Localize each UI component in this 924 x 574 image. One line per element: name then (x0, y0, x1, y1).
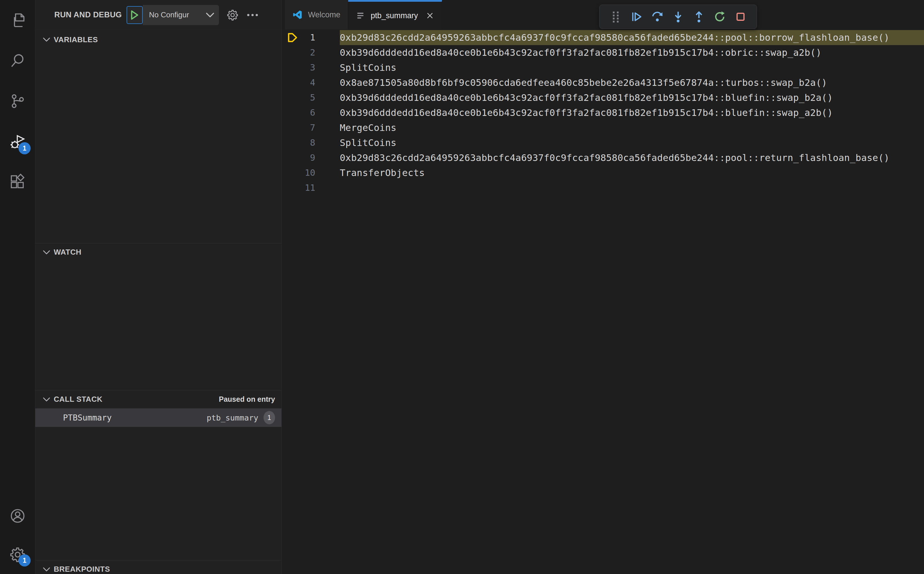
code-line[interactable]: 11 (282, 180, 924, 196)
section-header-watch[interactable]: WATCH (35, 243, 282, 261)
tab-welcome[interactable]: Welcome (285, 0, 348, 30)
code-lines: 10xb29d83c26cdd2a64959263abbcfc4a6937f0c… (282, 30, 924, 196)
code-line[interactable]: 50xb39d6dddedd16ed8a40ce0b1e6b43c92acf0f… (282, 90, 924, 105)
gutter[interactable]: 4 (282, 75, 340, 90)
sidebar-title: RUN AND DEBUG (54, 10, 122, 19)
code-area[interactable]: 10xb29d83c26cdd2a64959263abbcfc4a6937f0c… (282, 30, 924, 574)
section-header-breakpoints[interactable]: BREAKPOINTS (35, 560, 282, 574)
gutter[interactable]: 6 (282, 105, 340, 120)
chevron-down-icon (43, 249, 50, 256)
tab-ptb-summary[interactable]: ptb_summary (348, 0, 442, 30)
code-line[interactable]: 60xb39d6dddedd16ed8a40ce0b1e6b43c92acf0f… (282, 105, 924, 120)
restart-icon (713, 10, 726, 23)
step-over-icon (651, 10, 664, 23)
run-controls: No Configur (126, 5, 259, 25)
line-text: SplitCoins (340, 60, 924, 75)
settings-badge: 1 (19, 554, 31, 566)
sidebar-item-source-control[interactable] (0, 81, 35, 121)
sidebar-item-run-and-debug[interactable]: 1 (0, 121, 35, 162)
stop-icon (734, 10, 747, 23)
line-text: 0xb29d83c26cdd2a64959263abbcfc4a6937f0c9… (340, 30, 924, 45)
extensions-icon (9, 174, 26, 191)
gutter[interactable]: 5 (282, 90, 340, 105)
vscode-logo-icon (293, 9, 303, 20)
debug-settings-button[interactable] (227, 9, 239, 21)
line-number: 10 (282, 165, 315, 180)
code-line[interactable]: 10TransferObjects (282, 165, 924, 180)
code-line[interactable]: 40x8ae871505a80d8bf6bf9c05906cda6edfeea4… (282, 75, 924, 90)
close-icon[interactable] (426, 11, 434, 20)
tab-label: ptb_summary (371, 11, 418, 20)
stop-button[interactable] (734, 10, 747, 23)
continue-icon (630, 10, 643, 23)
frame-source: ptb_summary (206, 413, 258, 422)
step-over-button[interactable] (651, 10, 664, 23)
frame-source-group: ptb_summary 1 (206, 411, 275, 424)
code-line[interactable]: 10xb29d83c26cdd2a64959263abbcfc4a6937f0c… (282, 30, 924, 45)
line-text: 0xb39d6dddedd16ed8a40ce0b1e6b43c92acf0ff… (340, 45, 924, 60)
play-icon (130, 10, 139, 20)
call-stack-frame-row[interactable]: PTBSummary ptb_summary 1 (35, 408, 282, 427)
code-line[interactable]: 8SplitCoins (282, 135, 924, 150)
settings-button[interactable]: 1 (0, 535, 35, 574)
tab-label: Welcome (308, 10, 340, 19)
gutter[interactable]: 11 (282, 180, 340, 196)
search-icon (9, 52, 26, 69)
step-into-button[interactable] (672, 10, 685, 23)
gutter[interactable]: 3 (282, 60, 340, 75)
chevron-down-icon (206, 12, 214, 18)
debug-configuration-label: No Configur (149, 10, 206, 19)
sidebar-item-search[interactable] (0, 41, 35, 81)
line-number: 2 (282, 45, 315, 60)
chevron-down-icon (43, 396, 50, 403)
step-into-icon (672, 10, 685, 23)
line-text: 0xb39d6dddedd16ed8a40ce0b1e6b43c92acf0ff… (340, 105, 924, 120)
views-more-actions-button[interactable] (246, 9, 259, 21)
sidebar-item-explorer[interactable] (0, 0, 35, 41)
frame-badge: 1 (263, 411, 275, 424)
editor-group: Welcome ptb_summary (282, 0, 924, 574)
activity-bar-bottom: 1 (0, 497, 35, 574)
chevron-down-icon (43, 36, 50, 43)
account-icon (9, 508, 26, 524)
section-header-call-stack[interactable]: CALL STACK Paused on entry (35, 390, 282, 408)
start-debugging-button[interactable] (126, 6, 143, 24)
gutter[interactable]: 2 (282, 45, 340, 60)
files-icon (9, 12, 26, 28)
chevron-down-icon (43, 566, 50, 573)
section-header-variables[interactable]: VARIABLES (35, 31, 282, 49)
step-out-icon (693, 10, 705, 23)
line-text: SplitCoins (340, 135, 924, 150)
section-label: BREAKPOINTS (54, 565, 110, 574)
code-line[interactable]: 3SplitCoins (282, 60, 924, 75)
code-line[interactable]: 7MergeCoins (282, 120, 924, 135)
step-out-button[interactable] (693, 10, 705, 23)
run-and-debug-sidebar: RUN AND DEBUG No Configur (35, 0, 282, 574)
restart-button[interactable] (713, 10, 726, 23)
code-line[interactable]: 90xb29d83c26cdd2a64959263abbcfc4a6937f0c… (282, 150, 924, 165)
line-number: 4 (282, 75, 315, 90)
line-number: 1 (282, 30, 315, 45)
gutter[interactable]: 7 (282, 120, 340, 135)
line-text (340, 180, 924, 196)
gutter[interactable]: 9 (282, 150, 340, 165)
line-number: 11 (282, 180, 315, 196)
pause-reason-status: Paused on entry (219, 395, 275, 404)
line-number: 7 (282, 120, 315, 135)
gutter[interactable]: 1 (282, 30, 340, 45)
line-number: 8 (282, 135, 315, 150)
debug-configuration-dropdown[interactable]: No Configur (143, 5, 219, 25)
code-line[interactable]: 20xb39d6dddedd16ed8a40ce0b1e6b43c92acf0f… (282, 45, 924, 60)
sidebar-pane-header: RUN AND DEBUG No Configur (35, 0, 282, 30)
accounts-button[interactable] (0, 497, 35, 535)
gutter[interactable]: 10 (282, 165, 340, 180)
continue-button[interactable] (630, 10, 643, 23)
line-text: 0xb39d6dddedd16ed8a40ce0b1e6b43c92acf0ff… (340, 90, 924, 105)
gear-icon (227, 9, 239, 21)
line-text: MergeCoins (340, 120, 924, 135)
gutter[interactable]: 8 (282, 135, 340, 150)
line-number: 3 (282, 60, 315, 75)
line-text: 0xb29d83c26cdd2a64959263abbcfc4a6937f0c9… (340, 150, 924, 165)
toolbar-gripper-handle[interactable] (609, 10, 622, 23)
sidebar-item-extensions[interactable] (0, 162, 35, 202)
